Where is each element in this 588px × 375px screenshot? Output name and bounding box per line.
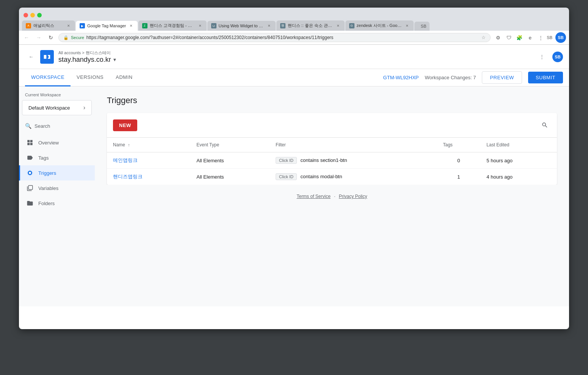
tab4-close-icon[interactable]: ✕ bbox=[267, 23, 272, 28]
browser-toolbar-icons: ⚙ 🛡 🧩 e ⋮ SB SB bbox=[494, 32, 566, 43]
profile-avatar[interactable]: SB bbox=[555, 32, 566, 43]
workspace-changes: Workspace Changes: 7 bbox=[425, 75, 476, 80]
tags-icon bbox=[26, 154, 34, 162]
col-header-last-edited: Last Edited bbox=[480, 138, 557, 152]
content-area: Triggers NEW bbox=[95, 86, 569, 306]
trigger-name-link-1[interactable]: 메인앱링크 bbox=[113, 157, 138, 163]
sidebar: Current Workspace Default Workspace › 🔍 … bbox=[19, 86, 95, 306]
tab-versions[interactable]: VERSIONS bbox=[71, 69, 110, 86]
tab5-favicon: 핸 bbox=[280, 23, 285, 28]
header-profile-avatar[interactable]: SB bbox=[552, 52, 563, 62]
tab3-close-icon[interactable]: ✕ bbox=[198, 23, 203, 28]
tab6-label: zendesk 사이트 - Google 검색 bbox=[357, 23, 402, 28]
refresh-button[interactable]: ↻ bbox=[46, 33, 55, 42]
folders-icon bbox=[26, 199, 34, 207]
sidebar-item-overview[interactable]: Overview bbox=[19, 135, 95, 150]
maximize-traffic-light[interactable] bbox=[37, 13, 42, 17]
gtm-header: ← All accounts > 핸디스스테이 stay.handys.co.k… bbox=[19, 45, 569, 69]
back-nav-button[interactable]: ← bbox=[25, 51, 37, 63]
tab4-label: Using Web Widget to embe... bbox=[219, 24, 264, 28]
triggers-table-card: NEW Name ↑ bbox=[107, 113, 557, 185]
tab-admin[interactable]: ADMIN bbox=[110, 69, 138, 86]
browser-tab-1[interactable]: A 애널리틱스 ✕ bbox=[22, 20, 75, 31]
shield-icon[interactable]: 🛡 bbox=[504, 33, 513, 42]
secure-label: Secure bbox=[71, 35, 84, 40]
trigger-name-cell: 핸디즈앱링크 bbox=[107, 169, 190, 185]
main-layout: Current Workspace Default Workspace › 🔍 … bbox=[19, 86, 569, 306]
bookmark-icon[interactable]: ☆ bbox=[481, 35, 486, 40]
gtm-id[interactable]: GTM-WL92HXP bbox=[383, 75, 419, 80]
browser-tab-3[interactable]: Z 핸디스 고객경험팀 - 상담원 ✕ bbox=[138, 20, 207, 31]
svg-rect-4 bbox=[27, 143, 30, 145]
trigger-event-type-1: All Elements bbox=[190, 152, 270, 169]
search-icon: 🔍 bbox=[25, 123, 31, 129]
edge-icon[interactable]: e bbox=[525, 33, 535, 42]
new-trigger-button[interactable]: NEW bbox=[113, 119, 137, 131]
minimize-traffic-light[interactable] bbox=[30, 13, 35, 17]
filter-badge-2: Click ID bbox=[276, 173, 297, 180]
workspace-selector[interactable]: Default Workspace › bbox=[22, 100, 92, 115]
trigger-last-edited-1: 5 hours ago bbox=[480, 152, 557, 169]
workspace-chevron-icon: › bbox=[83, 104, 85, 111]
page-title: Triggers bbox=[107, 96, 557, 105]
privacy-policy-link[interactable]: Privacy Policy bbox=[339, 194, 367, 199]
table-row: 핸디즈앱링크 All Elements Click ID contains mo… bbox=[107, 169, 557, 185]
terms-of-service-link[interactable]: Terms of Service bbox=[296, 194, 330, 199]
svg-point-7 bbox=[29, 172, 31, 174]
site-dropdown-icon[interactable]: ▾ bbox=[113, 56, 116, 63]
triggers-icon bbox=[26, 169, 34, 177]
col-header-name: Name ↑ bbox=[107, 138, 190, 152]
profile-initials-text: SB bbox=[558, 35, 563, 40]
svg-rect-0 bbox=[44, 55, 47, 59]
svg-rect-3 bbox=[30, 140, 33, 142]
preview-button[interactable]: PREVIEW bbox=[482, 71, 522, 84]
search-bar[interactable]: 🔍 Search bbox=[19, 120, 95, 132]
sidebar-item-triggers[interactable]: Triggers bbox=[19, 165, 95, 180]
tab6-close-icon[interactable]: ✕ bbox=[405, 23, 410, 28]
table-search-icon[interactable] bbox=[539, 119, 551, 131]
tab2-label: Google Tag Manager bbox=[87, 24, 126, 28]
site-name: stay.handys.co.kr bbox=[58, 56, 111, 64]
sidebar-item-variables[interactable]: Variables bbox=[19, 180, 95, 196]
variables-icon bbox=[26, 184, 34, 192]
tab3-label: 핸디스 고객경험팀 - 상담원 bbox=[150, 23, 195, 28]
tab5-close-icon[interactable]: ✕ bbox=[336, 23, 341, 28]
browser-chrome: A 애널리틱스 ✕ ▶ Google Tag Manager ✕ Z 핸디스 고… bbox=[19, 8, 569, 31]
tab-workspace[interactable]: WORKSPACE bbox=[25, 69, 71, 86]
more-options-button[interactable]: ⋮ bbox=[536, 51, 548, 63]
tab2-favicon: ▶ bbox=[80, 23, 85, 28]
sidebar-item-folders[interactable]: Folders bbox=[19, 196, 95, 211]
sort-icon[interactable]: ↑ bbox=[128, 143, 130, 147]
header-actions: ⋮ SB bbox=[536, 51, 563, 63]
tab1-close-icon[interactable]: ✕ bbox=[66, 23, 71, 28]
trigger-tags-2: 1 bbox=[437, 169, 480, 185]
tab5-label: 핸디스 :: 좋은 숙소 관리는, 핸디... bbox=[288, 23, 333, 28]
trigger-name-link-2[interactable]: 핸디즈앱링크 bbox=[113, 174, 143, 179]
secure-icon: 🔒 bbox=[63, 35, 69, 40]
browser-tabs-row: A 애널리틱스 ✕ ▶ Google Tag Manager ✕ Z 핸디스 고… bbox=[22, 20, 566, 31]
browser-tab-4[interactable]: U Using Web Widget to embe... ✕ bbox=[207, 21, 276, 31]
forward-button[interactable]: → bbox=[34, 33, 43, 42]
browser-tab-2[interactable]: ▶ Google Tag Manager ✕ bbox=[76, 21, 138, 31]
submit-button[interactable]: SUBMIT bbox=[528, 72, 563, 83]
extensions-icon[interactable]: ⚙ bbox=[494, 33, 503, 42]
filter-badge-1: Click ID bbox=[276, 157, 297, 164]
header-profile-initials: SB bbox=[555, 55, 560, 59]
nav-tabs: WORKSPACE VERSIONS ADMIN GTM-WL92HXP Wor… bbox=[19, 69, 569, 86]
triggers-table: Name ↑ Event Type Filter Tags Last Edite… bbox=[107, 138, 557, 185]
back-button[interactable]: ← bbox=[22, 33, 31, 42]
puzzle-icon[interactable]: 🧩 bbox=[515, 33, 524, 42]
more-icon[interactable]: ⋮ bbox=[536, 33, 545, 42]
browser-tab-5[interactable]: 핸 핸디스 :: 좋은 숙소 관리는, 핸디... ✕ bbox=[276, 20, 345, 31]
footer: Terms of Service · Privacy Policy bbox=[107, 185, 557, 208]
url-bar[interactable]: 🔒 Secure https://tagmanager.google.com/?… bbox=[58, 33, 491, 42]
table-row: 메인앱링크 All Elements Click ID contains sec… bbox=[107, 152, 557, 169]
sidebar-item-tags[interactable]: Tags bbox=[19, 150, 95, 165]
tab4-favicon: U bbox=[211, 23, 216, 28]
breadcrumb: All accounts > 핸디스스테이 bbox=[58, 50, 536, 56]
tab2-close-icon[interactable]: ✕ bbox=[129, 23, 134, 28]
col-name-label: Name bbox=[113, 142, 125, 147]
browser-tab-6[interactable]: G zendesk 사이트 - Google 검색 ✕ bbox=[345, 20, 414, 31]
workspace-label: Current Workspace bbox=[19, 93, 95, 100]
close-traffic-light[interactable] bbox=[24, 13, 28, 17]
